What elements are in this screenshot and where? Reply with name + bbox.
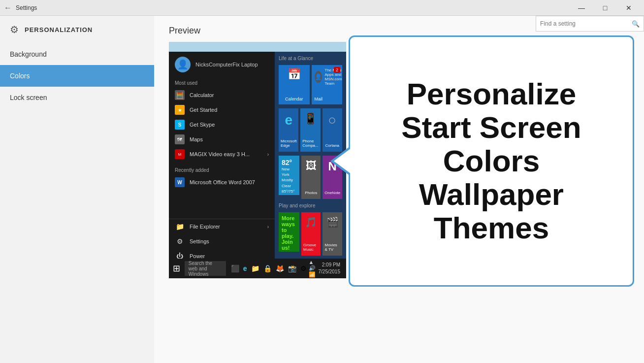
tile-calendar[interactable]: 📅 Calendar [279, 65, 310, 104]
photos-tile-label: Photos [305, 191, 317, 195]
mail-badge: 2 [334, 67, 340, 73]
sidebar-item-lockscreen[interactable]: Lock screen [0, 87, 154, 108]
mail-tile-label: Mail [315, 97, 340, 101]
skype-icon: S [175, 120, 185, 130]
explorer-taskbar-icon[interactable]: 📁 [251, 264, 259, 272]
weather-details: New YorkMostly Clear85°/75° [282, 166, 296, 194]
movies-tile-label: Movies & TV [324, 243, 340, 252]
system-tray-icons: ▲ 🔊 📶 [309, 259, 316, 278]
app-settings[interactable]: ⚙ Settings [169, 234, 275, 249]
search-icon: 🔍 [632, 20, 640, 28]
phone-tile-icon: 📱 [304, 112, 317, 125]
xbox-bottom: Xbox 🎮 [282, 251, 299, 252]
main-content: 🔍 Preview Sample Text 👤 NicksComputerFix… [154, 16, 644, 363]
start-button[interactable]: ⊞ [171, 259, 183, 278]
taskbar-system-tray: ▲ 🔊 📶 2:09 PM 7/25/2015 [309, 259, 345, 278]
sidebar: ⚙ PERSONALIZATION Background Colors Lock… [0, 16, 154, 363]
tile-photos[interactable]: 🖼 Photos [301, 156, 321, 199]
sidebar-item-colors[interactable]: Colors [0, 65, 154, 87]
preview-area: Sample Text 👤 NicksComputerFix Laptop Mo… [169, 42, 346, 278]
settings-icon: ⚙ [175, 236, 185, 246]
start-user-row: 👤 NicksComputerFix Laptop [169, 52, 275, 77]
get-started-icon: ★ [175, 105, 185, 115]
photos-tile-icon: 🖼 [306, 160, 317, 172]
title-bar-title: Settings [16, 4, 37, 11]
sidebar-nav: Background Colors Lock screen [0, 43, 154, 108]
movies-tile-icon: 🎬 [326, 216, 339, 228]
sidebar-title: PERSONALIZATION [25, 26, 93, 33]
minimize-button[interactable]: — [570, 0, 593, 16]
app-msword[interactable]: W Microsoft Office Word 2007 [169, 175, 275, 190]
firefox-taskbar-icon[interactable]: 🦊 [276, 264, 284, 272]
back-icon[interactable]: ← [4, 3, 12, 12]
promo-line-2: Start Screen [401, 111, 581, 144]
recently-added-label: Recently added [169, 165, 275, 175]
most-used-label: Most used [169, 77, 275, 88]
avatar: 👤 [175, 57, 191, 72]
tile-mail[interactable]: 👤 The MSN Apps and MSN.com Team Mail 2 [312, 65, 343, 104]
app-maps[interactable]: 🗺 Maps [169, 132, 275, 147]
tile-weather[interactable]: 82° New YorkMostly Clear85°/75° Weather [279, 156, 299, 195]
promo-text: Personalize Start Screen Colors Wallpape… [401, 77, 581, 245]
tile-groove[interactable]: 🎵 Groove Music [301, 212, 321, 256]
title-bar-left: ← Settings [4, 3, 37, 12]
app-file-explorer[interactable]: 📁 File Explorer › [169, 219, 275, 234]
magix-arrow: › [267, 152, 269, 157]
app-magix[interactable]: M MAGIX Video easy 3 H... › [169, 147, 275, 162]
close-button[interactable]: ✕ [617, 0, 640, 16]
explorer-label: File Explorer [190, 224, 220, 230]
explorer-icon: 📁 [175, 222, 185, 231]
edge-taskbar-icon[interactable]: e [243, 264, 247, 272]
start-menu: 👤 NicksComputerFix Laptop Most used 🧮 Ca… [169, 52, 346, 278]
xbox-promo: More ways to play. Join us! [282, 215, 296, 251]
taskbar-clock: 2:09 PM 7/25/2015 [319, 262, 341, 275]
explorer-arrow: › [267, 224, 269, 230]
promo-box: Personalize Start Screen Colors Wallpape… [349, 35, 634, 287]
cortana-tile-icon: ○ [328, 112, 336, 128]
maximize-button[interactable]: □ [594, 0, 616, 16]
title-bar-controls: — □ ✕ [570, 0, 640, 16]
magix-icon: M [175, 149, 185, 159]
tiles-row-play: More ways to play. Join us! Xbox 🎮 🎵 Gro… [279, 212, 342, 256]
app-calculator[interactable]: 🧮 Calculator [169, 88, 275, 102]
tile-cortana[interactable]: ○ Cortana [322, 108, 342, 152]
get-started-label: Get Started [190, 107, 217, 113]
tile-phone[interactable]: 📱 Phone Compa... [300, 108, 320, 152]
groove-tile-label: Groove Music [303, 243, 319, 252]
avatar-icon: 👤 [177, 59, 188, 70]
start-menu-left: 👤 NicksComputerFix Laptop Most used 🧮 Ca… [169, 52, 275, 278]
word-label: Microsoft Office Word 2007 [190, 179, 255, 185]
sidebar-item-background[interactable]: Background [0, 43, 154, 65]
taskview-icon[interactable]: ⬛ [231, 264, 239, 272]
tiles-row-2: e Microsoft Edge 📱 Phone Compa... ○ Cort… [279, 108, 342, 152]
settings-container: ⚙ PERSONALIZATION Background Colors Lock… [0, 16, 644, 363]
weather-temp: 82° [282, 159, 292, 166]
top-search-bar: 🔍 [536, 16, 644, 32]
life-at-glance-label: Life at a Glance [279, 56, 342, 61]
calculator-label: Calculator [190, 92, 214, 98]
skype-label: Get Skype [190, 122, 215, 128]
tile-movies[interactable]: 🎬 Movies & TV [322, 212, 342, 256]
promo-line-1: Personalize [401, 77, 581, 111]
lock-taskbar-icon[interactable]: 🔒 [263, 264, 272, 272]
app-skype[interactable]: S Get Skype [169, 117, 275, 132]
edge-tile-icon: e [285, 112, 292, 128]
calendar-tile-icon: 📅 [288, 68, 301, 81]
taskbar: ⊞ Search the web and Windows ⬛ e 📁 🔒 🦊 📸… [169, 259, 346, 278]
taskbar-search[interactable]: Search the web and Windows [185, 261, 226, 276]
promo-line-5: Themes [401, 211, 581, 245]
mail-tile-avatar: 👤 [315, 71, 322, 83]
settings-search-input[interactable] [540, 20, 629, 27]
camera-taskbar-icon[interactable]: 📸 [288, 264, 296, 272]
calculator-icon: 🧮 [175, 90, 185, 100]
promo-line-3: Colors [401, 144, 581, 178]
app-get-started[interactable]: ★ Get Started [169, 102, 275, 117]
tile-edge[interactable]: e Microsoft Edge [279, 108, 298, 152]
tile-xbox[interactable]: More ways to play. Join us! Xbox 🎮 [279, 212, 299, 252]
edge-tile-label: Microsoft Edge [281, 139, 296, 148]
maps-label: Maps [190, 136, 203, 142]
phone-tile-label: Phone Compa... [302, 139, 318, 148]
title-bar: ← Settings — □ ✕ [0, 0, 644, 16]
settings-taskbar-icon[interactable]: ⚙ [300, 264, 307, 272]
gear-icon: ⚙ [10, 24, 19, 35]
